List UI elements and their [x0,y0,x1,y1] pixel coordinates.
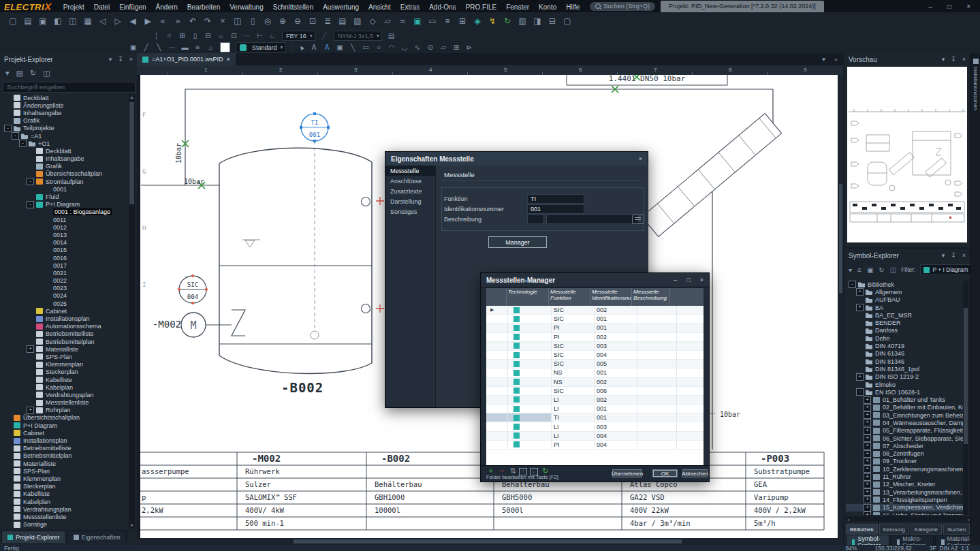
tank-b002[interactable] [219,148,372,373]
tree-item-0014[interactable]: 0014 [1,239,127,247]
expand-icon[interactable]: + [864,481,871,488]
drag-handle-icon[interactable]: ¦ [150,32,163,40]
expand-icon[interactable]: + [864,404,871,411]
menu-fenster[interactable]: Fenster [501,3,534,11]
search-entity-icon[interactable]: ◎ [260,16,275,26]
pipe-tool-icon[interactable]: ▣ [410,16,425,26]
redo-icon[interactable]: ↷ [200,16,215,26]
symbol-tab-bibliothek[interactable]: Bibliothek [846,524,878,535]
tree-item-aufbau[interactable]: AUFBAU [846,296,963,304]
maximize-icon[interactable]: □ [686,277,690,283]
menu-ändern[interactable]: Ändern [151,3,183,11]
refresh-icon[interactable]: ↻ [500,16,515,26]
tree-item-0023[interactable]: 0023 [1,285,127,292]
symbol-tab-kennung[interactable]: Kennung [879,524,909,535]
pin-icon[interactable]: ↧ [951,56,956,63]
text-tool-icon[interactable]: A [308,44,321,51]
tank-label[interactable]: -B002 [281,380,323,395]
tree-item-sonstige[interactable]: Sonstige [1,521,127,529]
copy-item-icon[interactable]: ◫ [43,69,50,78]
cancel-button[interactable]: Abbrechen [682,469,708,477]
expand-icon[interactable]: + [864,465,871,473]
beschreibung-lang-box[interactable] [527,215,544,224]
tree-item-din-40719[interactable]: DIN 40719 [846,342,963,349]
messstelle-row-SIC-003[interactable]: SIC003 [486,342,704,351]
pressure-label-right[interactable]: 10bar [720,411,740,418]
props-nav-anschl-sse[interactable]: Anschlüsse [385,176,435,186]
scroll-down-icon[interactable]: ▼ [129,523,135,528]
menu-extras[interactable]: Extras [396,3,424,11]
menu-projekt[interactable]: Projekt [59,3,89,11]
tree-item-materialliste[interactable]: +Materialliste [1,345,127,353]
paste-icon[interactable]: ▯ [245,16,260,26]
tree-item-p-i-diagram[interactable]: P+I Diagram [1,422,127,429]
tree-item-stromlaufplan[interactable]: -Stromlaufplan [1,178,127,185]
pipe-spec-box[interactable]: 1.4401 DN50 10bar [567,75,727,85]
open-project-icon[interactable]: ▤ [20,16,35,26]
tree-item-bender[interactable]: BENDER [846,319,963,326]
tree-item-0013[interactable]: 0013 [1,231,127,238]
tree-item-fluid[interactable]: Fluid [1,193,127,200]
symbol-options-icon[interactable]: ▾ [849,266,852,274]
maximize-icon[interactable]: □ [947,3,951,10]
collapse-icon[interactable]: - [12,132,19,140]
document-tab[interactable]: =A1+O1_PID.0001.wsPID × [137,53,236,65]
tree-item-inhaltsangabe[interactable]: Inhaltsangabe [1,109,127,116]
properties-dialog-titlebar[interactable]: Eigenschaften Messstelle × [385,152,648,166]
tree-item-kabelplan[interactable]: Kabelplan [1,498,127,505]
menu-schnittstellen[interactable]: Schnittstellen [268,3,318,11]
column-header-3[interactable]: Messstelle Identifikationsnummer [590,288,632,306]
collapse-icon[interactable]: - [27,178,34,185]
identnummer-input[interactable]: 001 [527,204,584,214]
tree-item-15-kompressoren-verdichter-vak[interactable]: +15_Kompressoren, Verdichter, Vakuumpum [846,504,963,511]
tree-item-messstellenliste[interactable]: Messstellenliste [1,399,127,407]
installationszonen-tab[interactable]: Installationszonen [973,57,979,110]
last-page-icon[interactable]: ▶ [140,16,155,26]
column-header-1[interactable]: Technologie [507,288,549,306]
props-nav-messstelle[interactable]: Messstelle [385,166,435,176]
line-style-icon[interactable]: ⋯ [165,44,178,51]
connections-icon[interactable]: ≍ [395,16,410,26]
messstelle-row-NS-001[interactable]: NS001 [486,368,704,377]
tree-options-icon[interactable]: ▾ [5,69,10,78]
tree-item-installationsplan[interactable]: Installationsplan [1,437,127,444]
menu-datei[interactable]: Datei [89,3,114,11]
image-insert-icon[interactable]: ▣ [334,44,347,51]
color-swatch[interactable] [220,42,230,52]
heat-exchanger[interactable] [642,114,781,237]
preview-thumbnail[interactable] [847,67,967,242]
tree-item-0011[interactable]: 0011 [1,216,127,223]
tree-item-grafik[interactable]: Grafik [1,163,127,170]
expand-icon[interactable]: + [864,442,871,450]
more-options-icon[interactable]: ⋯ [240,32,253,40]
messstelle-row-LI-001[interactable]: LI001 [486,405,704,413]
frame-tool-icon[interactable]: ⊟ [202,32,215,40]
pressure-label-left[interactable]: 10bar [184,178,204,185]
expand-icon[interactable]: + [864,504,871,511]
tree-item-06-sichter-siebapparate-siebma[interactable]: +06_Sichter, Siebapparate, Siebmaschinen… [846,435,963,442]
messstelle-row-LI-003[interactable]: LI003 [486,422,704,431]
close-icon[interactable]: × [700,277,704,283]
tank-ports[interactable] [362,197,385,313]
expand-icon[interactable]: + [864,458,871,465]
collapse-tree-icon[interactable]: ≡ [857,266,862,274]
lamp-tool-icon[interactable]: ⌾ [163,32,176,40]
tree-item-0021[interactable]: 0021 [1,269,127,277]
menu-bearbeiten[interactable]: Bearbeiten [183,3,225,11]
material-list-icon[interactable]: ⊟ [545,16,560,26]
tree-item-danfoss[interactable]: Danfoss [846,327,963,334]
navigate-back-icon[interactable]: ◁ [95,16,110,26]
props-nav-darstellung[interactable]: Darstellung [385,196,435,206]
tree-item-cabinet[interactable]: Cabinet [1,429,127,437]
messstelle-row-PI-001[interactable]: PI001 [486,324,704,332]
symbol-tree-scrollbar[interactable] [963,281,968,515]
tree-item-kabelliste[interactable]: Kabelliste [1,490,127,498]
collapse-icon[interactable]: - [849,281,856,288]
menu-hilfe[interactable]: Hilfe [561,3,584,11]
chevron-down-icon[interactable]: ▾ [109,56,112,63]
canvas-horizontal-scrollbar[interactable] [137,538,843,545]
refresh-tree-icon[interactable]: ↻ [30,69,36,78]
tab-list-icon[interactable]: ▼ [821,57,826,63]
copy-symbol-icon[interactable]: ◫ [890,266,896,274]
tree-item-materialliste[interactable]: Materialliste [1,460,127,467]
